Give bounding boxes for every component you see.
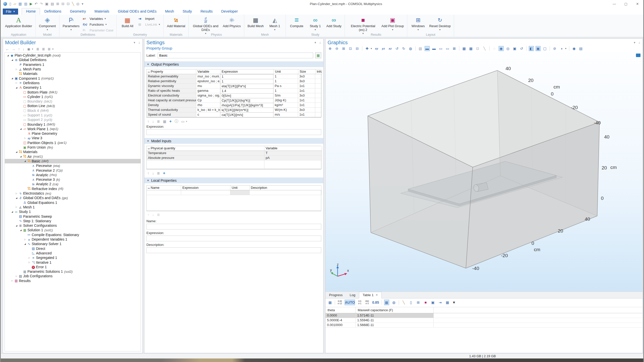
collapse-arrow-icon[interactable]: ◢ — [6, 54, 10, 57]
expand-arrow-icon[interactable]: ▷ — [15, 68, 18, 70]
table-cell[interactable]: 0[S/m] — [220, 93, 273, 98]
result-column-header-capacitance[interactable]: Maxwell capacitance (F) — [356, 307, 434, 313]
table-cell[interactable]: Cp — [196, 98, 220, 103]
menu-tab-definitions[interactable]: Definitions — [40, 8, 66, 15]
table-cell[interactable]: 1x1 — [298, 84, 315, 88]
table-cell[interactable]: 1 — [220, 74, 273, 79]
empty-table-row[interactable] — [147, 190, 321, 195]
tree-item[interactable]: ▭Cylinder 1(cyl1) — [5, 95, 141, 99]
export-table-icon[interactable]: ⇥ — [438, 300, 443, 305]
orthographic-icon[interactable]: ▢ — [542, 46, 547, 51]
zoom-selected-icon[interactable]: ⊟ — [355, 46, 360, 51]
table-cell[interactable]: 1x1 — [298, 103, 315, 108]
table-cell[interactable] — [315, 79, 322, 84]
clear-table-icon[interactable]: ╲ — [401, 300, 406, 305]
table-cell[interactable]: Temperature — [147, 151, 264, 156]
livelink-button[interactable]: ⊞ LiveLink ▼ — [137, 22, 162, 27]
table-row[interactable]: Speed of soundcca(T[1/K])[m/s]m/s1x1 — [147, 112, 321, 117]
delete-row-icon[interactable]: ≣ — [157, 119, 160, 123]
panel-menu-icon[interactable]: ▼ — [314, 41, 316, 44]
move-up-icon[interactable]: ↑ — [147, 213, 149, 217]
print-icon[interactable]: ▤ — [578, 46, 583, 51]
table-cell[interactable] — [315, 93, 322, 98]
add-study-button[interactable]: ∞↓ Add Study — [325, 16, 343, 29]
result-cell[interactable]: 5.0000E-4 — [326, 318, 356, 323]
component-button[interactable]: ◈ Component ▼ — [38, 16, 57, 32]
panel-menu-icon[interactable]: ▼ — [133, 41, 136, 44]
compute-button[interactable]: = Compute — [288, 16, 305, 29]
tree-item[interactable]: ▣Form Union(fin) — [5, 145, 141, 150]
graphics-viewport[interactable]: 4020cm0-20-404020cm040200cm-20-40 z y x — [326, 52, 642, 291]
column-header-description[interactable]: Description — [250, 186, 321, 190]
column-header-info[interactable]: Info — [315, 69, 322, 74]
view-orientation-icon[interactable]: ✚ — [365, 46, 370, 51]
tree-item[interactable]: ◢≣Solver Configurations — [5, 223, 141, 228]
save-as-icon[interactable]: ▥ — [24, 2, 27, 6]
format-decimal-icon[interactable]: 0.85 — [372, 300, 379, 305]
table-cell[interactable]: k_iso ; kii = k_is... — [196, 108, 220, 112]
move-up-icon[interactable]: ↑ — [18, 47, 20, 51]
result-cell[interactable]: 1.5594E-11 — [356, 318, 434, 323]
tree-item[interactable]: ◢▣Component 1(comp1) — [5, 76, 141, 80]
table-cell[interactable]: Cp(T[1/K])[J/(kg*K)] — [220, 98, 273, 103]
scene-snapshot-icon[interactable]: ▩ — [462, 46, 467, 51]
render-back-icon[interactable]: ▭ — [438, 46, 443, 51]
table-cell[interactable]: 3x3 — [298, 108, 315, 112]
table-cell[interactable]: Speed of sound — [147, 112, 196, 117]
tree-item[interactable]: ▢Boundary 1(blk5) — [5, 122, 141, 126]
expand-arrow-icon[interactable]: ▷ — [28, 261, 31, 263]
table-cell[interactable]: 1 — [273, 74, 298, 79]
view-hidden-icon[interactable]: ◎ — [505, 46, 510, 51]
mesh-1-button[interactable]: ◭ Mesh 1 ▼ — [266, 16, 284, 32]
select-box-icon[interactable]: ⊡ — [475, 46, 480, 51]
view-xz-icon[interactable]: xz — [388, 46, 393, 51]
new-file-icon[interactable]: ▯ — [9, 2, 11, 6]
table-cell[interactable]: Density — [147, 103, 196, 108]
tree-item[interactable]: ▤Parametric Sweep — [5, 214, 141, 218]
tree-item[interactable]: ∧Piecewise 2(Cp) — [5, 168, 141, 172]
result-table-row[interactable]: 5.0000E-41.5594E-11 — [326, 318, 642, 323]
reset-hiding-icon[interactable]: ↺ — [519, 46, 524, 51]
collapse-arrow-icon[interactable]: ◢ — [15, 224, 18, 227]
tree-item[interactable]: ▷◭Mesh 1 — [5, 205, 141, 209]
tree-item[interactable]: ≔Compile Equations: Stationary — [5, 233, 141, 237]
tree-item[interactable]: ◢▱Work Plane 1(wp1) — [5, 127, 141, 131]
tree-item[interactable]: ✕Error 1 — [5, 265, 141, 269]
pin-icon[interactable]: ⊥ — [319, 41, 321, 44]
color-palette-icon[interactable]: ◑ — [559, 46, 564, 51]
table-cell[interactable]: 1x1 — [298, 88, 315, 93]
tab-table-1[interactable]: Table 1✕ — [359, 292, 382, 298]
table-cell[interactable]: Dynamic viscosity — [147, 84, 196, 88]
copy-table-icon[interactable]: ▣ — [430, 300, 435, 305]
output-expression-input[interactable] — [146, 129, 321, 135]
tree-item[interactable]: ◢∞Study 1 — [5, 209, 141, 214]
info-icon[interactable]: ⓘ — [175, 119, 178, 124]
move-up-icon[interactable]: ↑ — [147, 171, 149, 175]
tree-item[interactable]: ▷uDependent Variables 1 — [5, 237, 141, 242]
table-cell[interactable]: eta(T[1/K])[Pa*s] — [220, 84, 273, 89]
table-row[interactable]: Absolute pressurepA — [147, 156, 321, 160]
maximize-button[interactable]: ▢ — [620, 2, 632, 6]
table-cell[interactable] — [315, 112, 322, 117]
result-table-row[interactable]: 0.00100001.5668E-11 — [326, 323, 642, 328]
table-cell[interactable] — [250, 190, 321, 195]
table-cell[interactable]: Thermal conductivity — [147, 108, 196, 112]
tree-item[interactable]: ◫Partition Objects 1(par1) — [5, 141, 141, 145]
transparency-icon[interactable]: ▧ — [418, 46, 423, 51]
tree-item[interactable]: ◺Advanced — [5, 251, 141, 255]
table-cell[interactable]: Ratio of specific heats — [147, 88, 196, 93]
menu-tab-results[interactable]: Results — [196, 8, 217, 15]
paste-icon[interactable]: ▤ — [51, 2, 54, 6]
tree-item[interactable]: ▭Support 2(cyl3) — [5, 117, 141, 122]
table-row[interactable]: Ratio of specific heatsgamma1.411x1 — [147, 88, 321, 93]
3d-model-scene[interactable]: 4020cm0-20-404020cm040200cm-20-40 — [326, 52, 642, 291]
table-cell[interactable] — [315, 98, 322, 103]
table-cell[interactable]: rho(pA[1/Pa],T[1/K])[kg/m^3] — [220, 103, 273, 108]
zoom-box-icon[interactable]: ⊞ — [341, 46, 346, 51]
tree-item[interactable]: APlane Geometry — [5, 131, 141, 136]
view-yz-icon[interactable]: yz — [381, 46, 386, 51]
column-header-variable[interactable]: Variable — [264, 146, 322, 151]
table-cell[interactable]: W/(m·K) — [273, 108, 298, 112]
expand-arrow-icon[interactable]: ▷ — [23, 137, 27, 139]
tab-progress[interactable]: Progress — [326, 292, 346, 298]
